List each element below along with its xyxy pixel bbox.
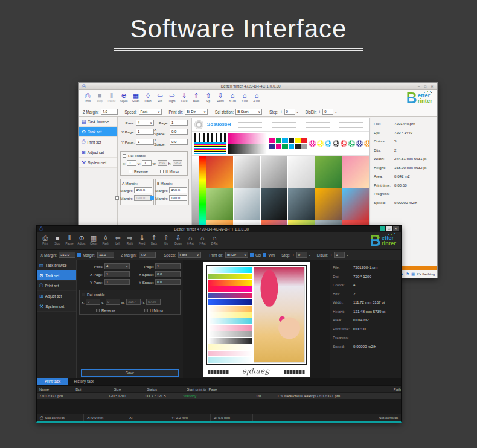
step-minus-button[interactable]: - <box>309 253 310 257</box>
close-button[interactable]: ✕ <box>429 84 435 89</box>
yspace-input[interactable] <box>155 279 181 285</box>
a-margin2-input[interactable] <box>134 195 152 201</box>
hmirror-checkbox[interactable] <box>160 170 164 173</box>
toolbar-button[interactable]: ⇦ Left <box>112 234 124 245</box>
ypage-input[interactable] <box>104 279 130 285</box>
roi-x-input[interactable] <box>127 160 136 166</box>
b-margin2-checkbox[interactable] <box>150 196 154 200</box>
step-plus-button[interactable]: + <box>292 253 295 257</box>
toolbar-button[interactable]: ⇧ Up <box>160 234 172 245</box>
roi-w-input[interactable] <box>126 299 141 305</box>
toolbar-button[interactable]: ⇩ Down <box>172 234 184 245</box>
toolbar-button[interactable]: ‖ Pause <box>106 92 118 103</box>
ypage-input[interactable] <box>136 139 154 145</box>
disdir-plus-button[interactable]: + <box>319 110 321 114</box>
roi-enable-checkbox[interactable] <box>82 293 85 296</box>
sidebar-item[interactable]: ⎙ Print set <box>79 137 117 147</box>
step-input[interactable] <box>284 109 295 115</box>
disdir-minus-button[interactable]: - <box>335 110 336 114</box>
toolbar-button[interactable]: ‖ Pause <box>63 234 75 245</box>
speed-select[interactable]: Fast∨ <box>178 252 201 258</box>
toolbar-button[interactable]: ⇦ Left <box>154 92 166 103</box>
disdir-plus-button[interactable]: + <box>330 253 333 257</box>
toolbar-button[interactable]: ⇑ Back <box>148 234 160 245</box>
sidebar-item[interactable]: ▤ Task browse <box>79 117 117 127</box>
yspace-input[interactable] <box>170 139 188 145</box>
toolbar-button[interactable]: ⎙ Print <box>39 234 51 245</box>
toolbar-button[interactable]: ⇓ Feed <box>178 92 190 103</box>
roi-y-input[interactable] <box>142 160 152 166</box>
pass-select[interactable]: 4∨ <box>104 263 130 269</box>
minimize-button[interactable]: – <box>416 84 421 89</box>
toolbar-button[interactable]: ⌂ X-Rst <box>226 92 238 103</box>
back-titlebar[interactable]: ⎙ BetterPrinter 4720-B-I-4C 1.0.0.30 – □… <box>79 83 437 90</box>
toolbar-button[interactable]: ◊ Flash <box>142 92 154 103</box>
maximize-button[interactable]: □ <box>386 226 392 231</box>
step-input[interactable] <box>296 252 307 258</box>
roi-w-input[interactable] <box>158 160 167 166</box>
toolbar-button[interactable]: ⊕ Adjust <box>75 234 88 245</box>
toolbar-button[interactable]: ⇨ Right <box>124 234 136 245</box>
toolbar-button[interactable]: ▦ Clean <box>130 92 142 103</box>
a-margin2-checkbox[interactable] <box>115 196 119 200</box>
toolbar-button[interactable]: ⌂ Y-Rst <box>196 234 208 245</box>
maximize-button[interactable]: □ <box>423 84 428 89</box>
toolbar-button[interactable]: ■ Stop <box>94 92 106 103</box>
step-minus-button[interactable]: - <box>297 110 298 114</box>
save-button[interactable]: Save <box>81 369 178 377</box>
toolbar-button[interactable]: ⇑ Back <box>190 92 202 103</box>
roi-x-input[interactable] <box>86 299 100 305</box>
z-margin-input[interactable] <box>139 252 156 258</box>
selstation-select[interactable]: B Start∨ <box>235 109 262 115</box>
step-plus-button[interactable]: + <box>280 110 283 114</box>
reverse-checkbox[interactable] <box>129 170 132 173</box>
toolbar-button[interactable]: ■ Stop <box>51 234 63 245</box>
margin-input[interactable] <box>97 252 114 258</box>
roi-h-input[interactable] <box>173 160 182 166</box>
xspace-input[interactable] <box>155 271 181 277</box>
roi-y-input[interactable] <box>106 299 120 305</box>
toolbar-button[interactable]: ▦ Clean <box>88 234 100 245</box>
page-input[interactable] <box>155 263 181 269</box>
pass-select[interactable]: 4∨ <box>136 120 154 126</box>
task-tab[interactable]: History task <box>68 378 100 385</box>
roi-h-input[interactable] <box>146 299 161 305</box>
whi-checkbox[interactable] <box>263 253 266 257</box>
task-tab[interactable]: Print task <box>37 378 68 385</box>
close-button[interactable]: ✕ <box>393 226 399 231</box>
toolbar-button[interactable]: ⇩ Down <box>214 92 226 103</box>
toolbar-button[interactable]: ⌂ Z-Rst <box>208 234 220 245</box>
a-margin1-input[interactable] <box>134 187 152 193</box>
xpage-input[interactable] <box>104 271 130 277</box>
toolbar-button[interactable]: ⌂ Z-Rst <box>251 92 263 103</box>
roi-enable-checkbox[interactable] <box>123 154 126 158</box>
sidebar-item[interactable]: ⚙ Task set <box>37 270 76 281</box>
minimize-button[interactable]: – <box>380 226 385 231</box>
toolbar-button[interactable]: ◊ Flash <box>100 234 112 245</box>
front-print-preview[interactable]: Sample <box>183 260 330 380</box>
toolbar-button[interactable]: ⊕ Adjust <box>118 92 130 103</box>
sidebar-item[interactable]: ▤ Task browse <box>37 260 76 270</box>
sidebar-item[interactable]: ⊞ Adjust set <box>79 147 117 158</box>
toolbar-button[interactable]: ⇓ Feed <box>136 234 148 245</box>
front-titlebar[interactable]: ⎙ BetterPrinter 4720-B-I-4C-W-B-PT 1.0.0… <box>37 226 401 232</box>
sidebar-item[interactable]: ⚒ System set <box>79 158 117 168</box>
disdir-input[interactable] <box>334 252 345 258</box>
z-margin-input[interactable] <box>101 109 118 115</box>
xspace-input[interactable] <box>170 129 188 135</box>
toolbar-button[interactable]: ⌂ Y-Rst <box>238 92 251 103</box>
sidebar-item[interactable]: ⊞ Adjust set <box>37 291 76 301</box>
hmirror-checkbox[interactable] <box>144 309 148 312</box>
toolbar-button[interactable]: ⎙ Print <box>82 92 94 103</box>
toolbar-button[interactable]: ⇧ Up <box>202 92 214 103</box>
task-table-row[interactable]: 7201200-1.prn 720 * 1200 111.7 * 121.5 S… <box>37 392 401 399</box>
x-margin-input[interactable] <box>59 252 75 258</box>
sidebar-item[interactable]: ⚙ Task set <box>79 127 117 137</box>
printdir-select[interactable]: Bi-Dir∨ <box>185 109 208 115</box>
margin-checkbox[interactable] <box>77 253 81 257</box>
disdir-input[interactable] <box>322 109 333 115</box>
b-margin2-input[interactable] <box>169 195 187 201</box>
toolbar-button[interactable]: ⌂ X-Rst <box>184 234 196 245</box>
printdir-select[interactable]: Bi-Dir∨ <box>225 252 248 258</box>
sidebar-item[interactable]: ⚒ System set <box>37 301 76 312</box>
